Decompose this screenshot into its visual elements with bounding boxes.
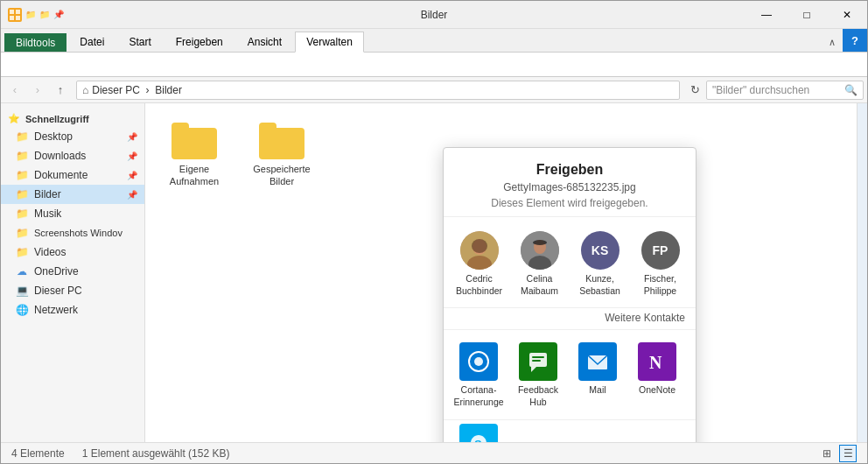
app-cortana[interactable]: Cortana-Erinnerunge [452, 339, 505, 411]
feedback-icon [519, 342, 557, 381]
sidebar-item-desktop[interactable]: 📁 Desktop 📌 [1, 127, 144, 146]
svg-text:N: N [649, 353, 662, 372]
close-button[interactable]: ✕ [827, 1, 867, 29]
tab-datei[interactable]: Datei [68, 32, 116, 52]
sidebar-item-screenshots[interactable]: 📁 Screenshots Windov [1, 223, 144, 243]
sidebar-item-videos[interactable]: 📁 Videos [1, 243, 144, 262]
svg-rect-16 [532, 356, 544, 358]
main-area: ⭐ Schnellzugriff 📁 Desktop 📌 📁 Downloads… [1, 103, 867, 442]
sidebar-item-dieser-pc[interactable]: 💻 Dieser PC [1, 281, 144, 300]
share-contacts: CedricBuchbinder CelinaMaibaum [444, 217, 696, 308]
tab-start[interactable]: Start [117, 32, 162, 52]
avatar-cedric [460, 231, 499, 270]
contact-celina[interactable]: CelinaMaibaum [514, 228, 566, 300]
avatar-fp: FP [641, 231, 680, 270]
svg-point-7 [472, 239, 487, 253]
right-panel [857, 103, 867, 442]
window-icon [8, 8, 22, 22]
contact-fp[interactable]: FP Fischer,Philippe [634, 228, 687, 300]
more-contacts[interactable]: Weitere Kontakte [444, 308, 696, 330]
cortana-icon [459, 342, 498, 381]
svg-rect-2 [10, 16, 14, 20]
app-feedback[interactable]: FeedbackHub [512, 339, 564, 411]
refresh-button[interactable]: ↻ [685, 81, 704, 100]
share-subtitle: Dieses Element wird freigegeben. [458, 197, 682, 209]
network-icon: 🌐 [15, 303, 29, 317]
share-dialog: Freigeben GettyImages-685132235.jpg Dies… [443, 147, 696, 442]
tab-verwalten[interactable]: Verwalten [295, 32, 364, 53]
app-label-cortana: Cortana-Erinnerunge [453, 384, 503, 408]
computer-icon: 💻 [15, 284, 29, 298]
forward-button[interactable]: › [27, 80, 48, 101]
app-mail[interactable]: Mail [571, 339, 624, 400]
explorer-window: 📁 📁 📌 Bilder — □ ✕ Bildtools Datei Start… [0, 0, 868, 464]
folder-icon: 📁 [15, 226, 29, 240]
minimize-button[interactable]: — [746, 1, 787, 29]
help-button[interactable]: ? [843, 29, 867, 52]
contact-cedric[interactable]: CedricBuchbinder [453, 228, 506, 300]
tab-ansicht[interactable]: Ansicht [236, 32, 293, 52]
view-grid-button[interactable]: ⊞ [818, 445, 836, 462]
svg-rect-17 [532, 360, 541, 362]
quick-access-icon2: 📁 [39, 10, 50, 19]
pin-icon: 📌 [127, 190, 137, 200]
contact-ks[interactable]: KS Kunze,Sebastian [574, 228, 626, 300]
svg-rect-0 [10, 10, 14, 14]
ribbon-tabs: Bildtools Datei Start Freigeben Ansicht … [1, 29, 867, 52]
skype-icon: S [459, 424, 498, 442]
svg-marker-15 [531, 367, 536, 372]
sidebar: ⭐ Schnellzugriff 📁 Desktop 📌 📁 Downloads… [1, 103, 145, 442]
search-bar[interactable]: "Bilder" durchsuchen 🔍 [706, 81, 864, 100]
items-count: 4 Elemente [11, 447, 65, 460]
search-icon[interactable]: 🔍 [844, 84, 858, 96]
sidebar-item-onedrive[interactable]: ☁ OneDrive [1, 262, 144, 281]
folder-icon [172, 123, 217, 159]
sidebar-item-netzwerk[interactable]: 🌐 Netzwerk [1, 300, 144, 320]
cloud-icon: ☁ [15, 264, 29, 278]
folder-icon: 📁 [15, 168, 29, 182]
selected-info: 1 Element ausgewählt (152 KB) [82, 447, 230, 460]
svg-rect-3 [16, 16, 20, 20]
title-bar-left: 📁 📁 📌 [1, 1, 71, 28]
folder-icon: 📁 [15, 187, 29, 201]
file-item-gespeicherte-bilder[interactable]: GespeicherteBilder [247, 117, 317, 193]
status-bar: 4 Elemente 1 Element ausgewählt (152 KB)… [1, 442, 867, 463]
sidebar-item-downloads[interactable]: 📁 Downloads 📌 [1, 146, 144, 165]
pin-icon: 📌 [53, 10, 64, 19]
home-icon: ⌂ [82, 84, 88, 96]
share-filename: GettyImages-685132235.jpg [458, 181, 682, 193]
quick-access-icon: 📁 [25, 10, 36, 19]
ribbon: Bildtools Datei Start Freigeben Ansicht … [1, 29, 867, 77]
onenote-icon: N [638, 342, 676, 381]
share-title: Freigeben [458, 162, 682, 178]
view-controls: ⊞ ☰ [818, 445, 857, 462]
toolbar: ‹ › ↑ ⌂ Dieser PC › Bilder ↻ "Bilder" du… [1, 77, 867, 103]
pin-icon: 📌 [127, 132, 137, 142]
back-button[interactable]: ‹ [4, 80, 25, 101]
content-area: EigeneAufnahmen GespeicherteBilder Freig… [145, 103, 857, 442]
app-skype[interactable]: S Skype [452, 420, 505, 442]
contact-name-cedric: CedricBuchbinder [456, 273, 502, 297]
title-bar: 📁 📁 📌 Bilder — □ ✕ [1, 1, 867, 29]
tab-bildtools[interactable]: Bildtools [4, 33, 66, 52]
file-item-eigene-aufnahmen[interactable]: EigeneAufnahmen [159, 117, 229, 193]
ribbon-content [1, 52, 867, 76]
share-dialog-header: Freigeben GettyImages-685132235.jpg Dies… [444, 148, 696, 217]
file-label: GespeicherteBilder [253, 163, 310, 188]
up-button[interactable]: ↑ [50, 80, 71, 101]
pin-icon: 📌 [127, 171, 137, 180]
view-list-button[interactable]: ☰ [839, 445, 857, 462]
file-label: EigeneAufnahmen [170, 163, 219, 188]
svg-text:S: S [474, 438, 482, 442]
ribbon-expand-button[interactable]: ∧ [822, 33, 843, 52]
sidebar-item-bilder[interactable]: 📁 Bilder 📌 [1, 185, 144, 204]
avatar-celina [521, 231, 559, 270]
address-bar[interactable]: ⌂ Dieser PC › Bilder [76, 81, 680, 100]
tab-freigeben[interactable]: Freigeben [164, 32, 234, 52]
maximize-button[interactable]: □ [787, 1, 827, 29]
sidebar-item-dokumente[interactable]: 📁 Dokumente 📌 [1, 165, 144, 185]
sidebar-item-musik[interactable]: 📁 Musik [1, 204, 144, 223]
app-onenote[interactable]: N OneNote [631, 339, 683, 400]
share-apps-skype-row: S Skype [444, 420, 696, 442]
app-label-feedback: FeedbackHub [518, 384, 558, 408]
